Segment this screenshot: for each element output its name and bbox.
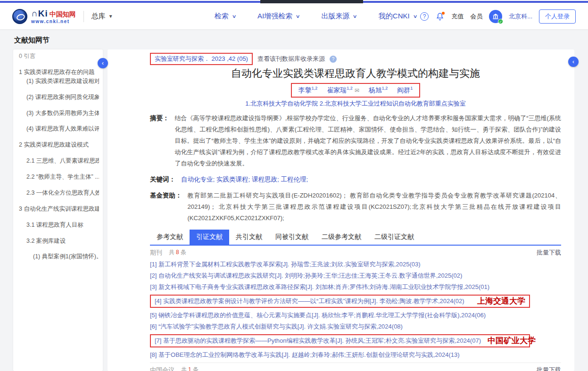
citation-text[interactable]: [6] “汽车试验学”实验教学思政育人模式创新研究与实践[J]. 许文娟.实验室…	[150, 323, 403, 330]
citation-item[interactable]: [7] 基于思政驱动的实践课程教学探索——Python编程实践教学改革[J]. …	[150, 334, 530, 347]
database-switch[interactable]: 总库 ▼	[91, 12, 113, 21]
bank-icon	[492, 13, 499, 20]
article-content: 实验室研究与探索． 2023 ,42 (05) 查看该刊数据库收录来源 ? 自动…	[108, 49, 574, 371]
recharge-link[interactable]: 充值	[451, 12, 464, 21]
author-affiliation-sup: 1,2	[312, 86, 318, 91]
journal-source-highlighted[interactable]: 实验室研究与探索． 2023 ,42 (05)	[150, 53, 253, 65]
nav-menu-item[interactable]: 我的CNKI ∨	[379, 12, 417, 21]
tab[interactable]: 共引文献	[229, 230, 269, 245]
citation-text[interactable]: [3] 新文科视域下电子商务专业实践课程思政改革路径探索[J]. 刘加林;肖卉;…	[150, 283, 489, 290]
nav-menu-label: 检索	[215, 12, 229, 21]
citation-text[interactable]: [1] 新工科背景下金属材料工程实践教学改革探索[J]. 孙瑞雪;王兆波;刘欣.…	[150, 261, 421, 268]
cnki-globe-icon	[12, 9, 27, 24]
batch-download-link[interactable]: 批量下载	[537, 248, 561, 257]
chevron-down-icon: ∨	[232, 14, 236, 19]
tab[interactable]: 同被引文献	[269, 230, 315, 245]
institution-avatar[interactable]: ✓	[489, 10, 502, 23]
author-link[interactable]: 阎群1	[397, 86, 413, 95]
logo-url: www.cnki.net	[31, 19, 76, 24]
nav-menu-item[interactable]: 检索 ∨	[215, 12, 236, 21]
author-affiliation-sup: 1,2	[382, 86, 388, 91]
notification-bell-icon[interactable]	[435, 12, 445, 21]
tab[interactable]: 二级参考文献	[315, 230, 368, 245]
count-number: 1	[188, 366, 191, 371]
outline-item[interactable]: 1 实践类课程思政存在的问题	[19, 68, 99, 76]
tab[interactable]: 参考文献	[150, 230, 190, 245]
tab[interactable]: 引证文献	[190, 230, 229, 245]
citation-tabs: 参考文献引证文献共引文献同被引文献二级参考文献二级引证文献	[150, 230, 561, 246]
section-type-label: 中国会议	[150, 366, 174, 371]
citation-item[interactable]: [2] 自动化生产线安装与调试课程思政实践研究[J]. 刘明玲;孙美玲;王华;汪…	[150, 272, 561, 280]
funding-text: 教育部第二批新工科研究与实践项目(E-ZDH20201602)； 教育部自动化类…	[188, 190, 562, 224]
citation-item[interactable]: [1] 新工科背景下金属材料工程实践教学改革探索[J]. 孙瑞雪;王兆波;刘欣.…	[150, 261, 561, 268]
abstract-label: 摘要：	[150, 113, 169, 169]
top-dark-segment	[260, 0, 363, 3]
citation-text[interactable]: [8] 基于OBE理念的工业控制网络教学改革与实践[J]. 赵越岭;刘春玲;郝伟…	[150, 351, 460, 358]
outline-item[interactable]: 3.1 课程思政育人目标	[19, 221, 99, 229]
help-icon[interactable]: ?	[420, 12, 429, 21]
outline-item[interactable]: 2.1 三思维、八要素课程思政...	[19, 157, 99, 165]
authors-highlighted-box: 李擎1,2崔家瑞1,2✉杨旭1,2阎群1	[291, 83, 421, 98]
personal-login-button[interactable]: 个人登录	[539, 9, 576, 24]
citation-text[interactable]: [2] 自动化生产线安装与调试课程思政实践研究[J]. 刘明玲;孙美玲;王华;汪…	[150, 272, 462, 279]
outline-item[interactable]: 2.2 “教师主导、学生主体” ...	[19, 173, 99, 181]
annotation-university: 上海交通大学	[471, 297, 525, 305]
abstract-row: 摘要： 结合《高等学校课程思政建设指导纲要》,根据学校办学定位、行业服务、自动化…	[150, 113, 561, 169]
journal-section-header: 期刊 共8条 批量下载	[150, 248, 561, 257]
citation-item[interactable]: [5] 钢铁冶金学科课程思政的价值意蕴、核心元素与实施要点[J]. 杨欣怡;李平…	[150, 312, 561, 319]
citation-item[interactable]: [4] 实践类课程思政教学案例设计与教学评价方法研究——以“工程实践”课程为例[…	[150, 295, 530, 308]
browser-top-strip	[0, 0, 588, 3]
cnki-logo[interactable]: ∩Ki 中国知网 www.cnki.net	[12, 9, 76, 24]
source-database-link[interactable]: 查看该刊数据库收录来源	[257, 55, 325, 63]
outline-item[interactable]: 3 自动化生产线实训课程思政建...	[19, 205, 99, 213]
citation-item[interactable]: [6] “汽车试验学”实验教学思政育人模式创新研究与实践[J]. 许文娟.实验室…	[150, 323, 561, 330]
institution-name[interactable]: 北京科...	[509, 12, 532, 21]
author-link[interactable]: 李擎1,2	[298, 86, 318, 95]
navbar-right: ? 充值 会员 ✓ 北京科... 个人登录	[420, 9, 576, 24]
outline-item[interactable]: (2) 课程思政案例同质化现象...	[19, 93, 99, 101]
caret-down-icon: ▼	[108, 14, 113, 19]
sidebar-collapse-button[interactable]: ‹	[98, 58, 108, 68]
article-title: 自动化专业实践类课程思政育人教学模式的构建与实施	[150, 66, 561, 81]
citation-text[interactable]: [5] 钢铁冶金学科课程思政的价值意蕴、核心元素与实施要点[J]. 杨欣怡;李平…	[150, 312, 486, 319]
affiliations[interactable]: 1.北京科技大学自动化学院 2.北京科技大学工业过程知识自动化教育部重点实验室	[150, 99, 561, 108]
funding-row: 基金资助： 教育部第二批新工科研究与实践项目(E-ZDH20201602)； 教…	[150, 190, 561, 224]
outline-item[interactable]: 0 引言	[19, 52, 99, 60]
outline-item[interactable]: 2 实践类课程思政建设模式	[19, 141, 99, 149]
journal-citation-list: [1] 新工科背景下金属材料工程实践教学改革探索[J]. 孙瑞雪;王兆波;刘欣.…	[150, 261, 561, 359]
right-collapse-button[interactable]: ‹	[568, 57, 579, 67]
verified-check-icon: ✓	[498, 19, 503, 24]
author-link[interactable]: 崔家瑞1,2✉	[327, 86, 359, 95]
email-icon: ✉	[355, 87, 359, 94]
author-affiliation-sup: 1	[410, 86, 413, 91]
keywords-values[interactable]: 自动化专业; 实践类课程; 课程思政; 工程伦理;	[181, 174, 308, 185]
tab[interactable]: 二级引证文献	[368, 230, 421, 245]
nav-menu-item[interactable]: AI增强检索 ∨	[257, 12, 300, 21]
source-row: 实验室研究与探索． 2023 ,42 (05) 查看该刊数据库收录来源 ?	[150, 53, 561, 65]
logo-latin: ∩Ki	[31, 9, 48, 18]
citation-text[interactable]: [7] 基于思政驱动的实践课程教学探索——Python编程实践教学改革[J]. …	[155, 337, 481, 345]
outline-item[interactable]: (4) 课程思政育人效果难以评...	[19, 125, 99, 133]
author-name: 崔家瑞	[327, 86, 347, 94]
outline-item[interactable]: 3.2 案例库建设	[19, 237, 99, 245]
author-link[interactable]: 杨旭1,2	[369, 86, 388, 95]
chevron-down-icon: ∨	[296, 14, 300, 19]
annotation-university: 中国矿业大学	[481, 337, 536, 345]
batch-download-link[interactable]: 批量下载	[537, 366, 561, 371]
chevron-down-icon: ∨	[353, 14, 357, 19]
outline-item[interactable]: (3) 大多数仍采用教师为主体...	[19, 109, 99, 117]
outline-item[interactable]: 2.3 一体化全方位思政育人效...	[19, 189, 99, 197]
outline-item[interactable]: (1) 实践类课程思政建设相对...	[19, 77, 99, 85]
author-name: 李擎	[298, 86, 312, 94]
citation-item[interactable]: [8] 基于OBE理念的工业控制网络教学改革与实践[J]. 赵越岭;刘春玲;郝伟…	[150, 351, 561, 359]
author-affiliation-sup: 1,2	[347, 86, 353, 91]
logo-chinese: 中国知网	[50, 11, 76, 17]
question-mark-icon[interactable]: ?	[330, 56, 337, 63]
outline-item[interactable]: (1) 典型案例1(家国情怀)。	[19, 253, 99, 261]
nav-menu-item[interactable]: 出版来源 ∨	[321, 12, 356, 21]
citation-item[interactable]: [3] 新文科视域下电子商务专业实践课程思政改革路径探索[J]. 刘加林;肖卉;…	[150, 283, 561, 291]
member-link[interactable]: 会员	[470, 12, 482, 21]
citation-text[interactable]: [4] 实践类课程思政教学案例设计与教学评价方法研究——以“工程实践”课程为例[…	[155, 297, 464, 305]
article-panel: ‹ 实验室研究与探索． 2023 ,42 (05) 查看该刊数据库收录来源 ? …	[108, 49, 574, 371]
nav-menu-label: 出版来源	[321, 12, 349, 21]
